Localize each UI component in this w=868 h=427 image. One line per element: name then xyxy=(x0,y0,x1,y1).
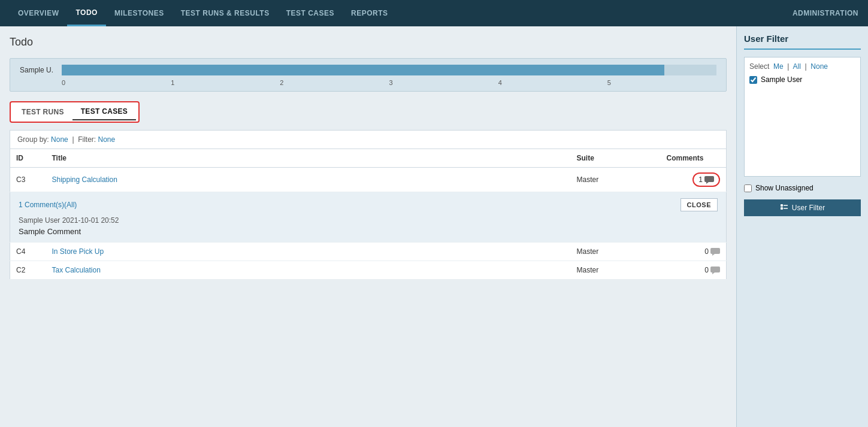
table-row: C3 Shipping Calculation Master 1 xyxy=(10,168,727,192)
svg-marker-5 xyxy=(712,272,715,274)
row-c3-suite: Master xyxy=(571,168,661,192)
select-links: Select Me | All | None xyxy=(749,62,855,71)
user-chart: Sample U. 0 1 2 3 4 5 xyxy=(10,58,727,92)
svg-rect-4 xyxy=(710,267,720,272)
row-c2-id: C2 xyxy=(10,261,46,280)
comment-count-c4: 0 xyxy=(704,247,709,256)
group-by-value[interactable]: None xyxy=(51,135,68,144)
nav-todo[interactable]: TODO xyxy=(67,0,105,26)
svg-marker-3 xyxy=(712,254,715,256)
user-checkbox-row: Sample User xyxy=(749,75,855,84)
comment-user-date: Sample User 2021-10-01 20:52 xyxy=(19,216,718,225)
comment-badge-c2[interactable]: 0 xyxy=(704,266,720,274)
comment-header-bar: 1 Comment(s)(All) CLOSE xyxy=(19,198,718,211)
comment-expanded-cell: 1 Comment(s)(All) CLOSE Sample User 2021… xyxy=(10,192,727,243)
chart-bar-container xyxy=(62,65,716,75)
col-comments: Comments xyxy=(661,149,727,168)
comment-count-label: 1 Comment(s)(All) xyxy=(19,201,77,209)
show-unassigned-label: Show Unassigned xyxy=(755,184,813,192)
axis-3: 3 xyxy=(389,79,498,86)
row-c3-title-link[interactable]: Shipping Calculation xyxy=(52,175,117,184)
user-filter-button[interactable]: User Filter xyxy=(744,199,861,216)
axis-2: 2 xyxy=(280,79,389,86)
table-row: C4 In Store Pick Up Master 0 xyxy=(10,243,727,261)
comment-icon-c2 xyxy=(710,267,720,274)
comment-inner: 1 Comment(s)(All) CLOSE Sample User 2021… xyxy=(10,192,726,242)
axis-1: 1 xyxy=(171,79,280,86)
comment-icon-c3 xyxy=(704,176,714,184)
admin-link[interactable]: ADMINISTRATION xyxy=(793,9,858,17)
nav-test-cases[interactable]: TEST CASES xyxy=(278,0,343,26)
filter-label: Filter: xyxy=(78,135,96,144)
top-navigation: OVERVIEW TODO MILESTONES TEST RUNS & RES… xyxy=(0,0,868,26)
svg-rect-2 xyxy=(710,248,720,254)
main-layout: Todo Sample U. 0 1 2 3 4 5 TEST RUNS TES… xyxy=(0,26,868,427)
nav-overview[interactable]: OVERVIEW xyxy=(10,0,67,26)
test-cases-table: ID Title Suite Comments C3 Shipping Calc… xyxy=(10,149,727,280)
nav-milestones[interactable]: MILESTONES xyxy=(106,0,173,26)
tab-test-runs[interactable]: TEST RUNS xyxy=(13,104,72,120)
sample-user-checkbox[interactable] xyxy=(749,76,757,84)
comment-icon-c4 xyxy=(710,248,720,256)
row-c2-suite: Master xyxy=(571,261,661,280)
comment-text: Sample Comment xyxy=(19,227,718,236)
row-c3-id: C3 xyxy=(10,168,46,192)
axis-5: 5 xyxy=(607,79,716,86)
chart-bar xyxy=(62,65,664,75)
close-button[interactable]: CLOSE xyxy=(681,198,718,211)
sidebar-title: User Filter xyxy=(744,34,861,50)
page-title: Todo xyxy=(10,36,727,49)
comment-count-c3: 1 xyxy=(698,175,703,184)
row-c2-comments: 0 xyxy=(661,261,727,280)
nav-reports[interactable]: REPORTS xyxy=(343,0,397,26)
row-c4-comments: 0 xyxy=(661,243,727,261)
select-me-link[interactable]: Me xyxy=(773,62,784,71)
svg-rect-6 xyxy=(781,204,783,207)
sample-user-label: Sample User xyxy=(761,75,802,84)
table-row: C2 Tax Calculation Master 0 xyxy=(10,261,727,280)
filter-bar: Group by: None | Filter: None xyxy=(10,130,727,149)
comment-badge-c4[interactable]: 0 xyxy=(704,247,720,256)
row-c3-title: Shipping Calculation xyxy=(46,168,571,192)
show-unassigned-checkbox[interactable] xyxy=(744,184,752,192)
axis-4: 4 xyxy=(498,79,607,86)
chart-user-label: Sample U. xyxy=(20,66,62,74)
filter-icon xyxy=(780,204,788,212)
content-area: Todo Sample U. 0 1 2 3 4 5 TEST RUNS TES… xyxy=(0,26,736,427)
filter-value[interactable]: None xyxy=(98,135,116,144)
comment-badge-c3[interactable]: 1 xyxy=(692,172,720,187)
row-c4-title: In Store Pick Up xyxy=(46,243,571,261)
row-c4-suite: Master xyxy=(571,243,661,261)
chart-axis: 0 1 2 3 4 5 xyxy=(62,78,716,86)
user-filter-scroll[interactable]: Select Me | All | None Sample User xyxy=(744,57,861,177)
select-all-link[interactable]: All xyxy=(793,62,801,71)
show-unassigned-row: Show Unassigned xyxy=(744,184,861,192)
comment-count-c2: 0 xyxy=(704,266,709,274)
row-c4-title-link[interactable]: In Store Pick Up xyxy=(52,247,104,256)
svg-marker-1 xyxy=(706,182,709,184)
row-c2-title: Tax Calculation xyxy=(46,261,571,280)
row-c4-id: C4 xyxy=(10,243,46,261)
tab-test-cases[interactable]: TEST CASES xyxy=(72,104,136,120)
col-id: ID xyxy=(10,149,46,168)
row-c2-title-link[interactable]: Tax Calculation xyxy=(52,266,101,274)
select-label: Select xyxy=(749,62,769,71)
row-c3-comments: 1 xyxy=(661,168,727,192)
svg-rect-7 xyxy=(781,207,783,210)
svg-rect-0 xyxy=(704,176,714,182)
col-title: Title xyxy=(46,149,571,168)
tabs-section: TEST RUNS TEST CASES xyxy=(10,101,140,123)
col-suite: Suite xyxy=(571,149,661,168)
user-filter-btn-label: User Filter xyxy=(792,204,825,212)
comment-expanded-row: 1 Comment(s)(All) CLOSE Sample User 2021… xyxy=(10,192,727,243)
sidebar: User Filter Select Me | All | None Sampl… xyxy=(736,26,868,427)
axis-0: 0 xyxy=(62,79,171,86)
nav-test-runs-results[interactable]: TEST RUNS & RESULTS xyxy=(173,0,278,26)
group-by-label: Group by: xyxy=(17,135,49,144)
select-none-link[interactable]: None xyxy=(810,62,828,71)
